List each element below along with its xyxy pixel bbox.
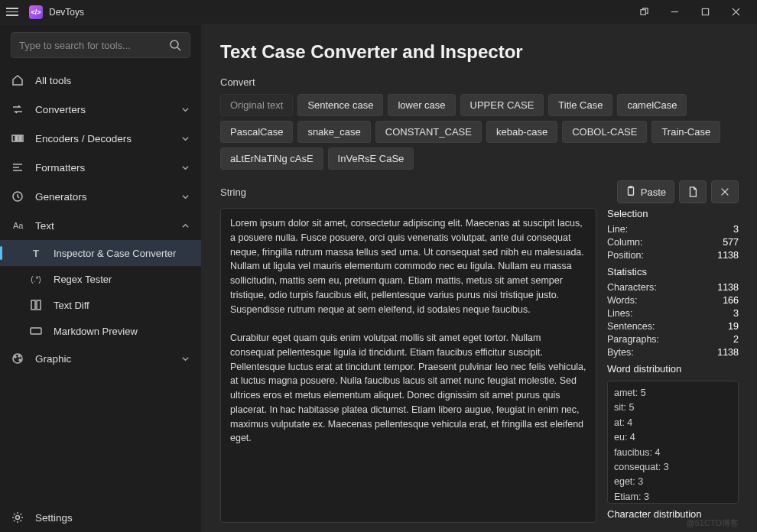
svg-point-23	[19, 359, 21, 361]
convert-chip-original-text[interactable]: Original text	[220, 94, 293, 116]
nav-item-markdown-preview[interactable]: Markdown Preview	[0, 318, 201, 344]
stat-key: Position:	[607, 250, 644, 261]
word-dist-heading: Word distribution	[607, 363, 739, 375]
file-icon	[687, 187, 698, 197]
nav-item-label: Settings	[35, 512, 73, 524]
nav-group-text[interactable]: Aa Text	[0, 211, 201, 240]
convert-chip-snake-case[interactable]: snake_case	[297, 121, 370, 143]
convert-chip-lower-case[interactable]: lower case	[388, 94, 455, 116]
nav-item-label: All tools	[35, 75, 71, 86]
stat-row: Characters:1138	[607, 281, 739, 294]
nav-group-encoders-decoders[interactable]: Encoders / Decoders	[0, 124, 201, 153]
paste-label: Paste	[641, 187, 666, 198]
string-label: String	[220, 187, 246, 198]
close-button[interactable]	[720, 2, 751, 23]
open-file-button[interactable]	[679, 180, 707, 203]
convert-chip-alternating-case[interactable]: aLtErNaTiNg cAsE	[220, 148, 323, 170]
svg-rect-7	[12, 135, 15, 141]
close-icon	[720, 187, 730, 197]
chevron-down-icon	[180, 104, 190, 115]
nav-item-regex-tester[interactable]: (.*) Regex Tester	[0, 266, 201, 292]
stat-key: Bytes:	[607, 347, 634, 358]
hamburger-menu[interactable]	[6, 5, 20, 19]
svg-rect-11	[21, 135, 23, 141]
nav-item-inspector-case-converter[interactable]: T Inspector & Case Converter	[0, 240, 201, 266]
char-dist-heading: Character distribution	[607, 508, 739, 520]
nav-group-generators[interactable]: Generators	[0, 182, 201, 211]
minimize-button[interactable]	[659, 2, 690, 23]
convert-chip-inverse-case[interactable]: InVeRsE CaSe	[328, 148, 414, 170]
svg-text:Aa: Aa	[13, 221, 24, 230]
chevron-down-icon	[180, 353, 190, 364]
word-dist-item: Etiam: 3	[614, 490, 732, 504]
nav-item-label: Formatters	[35, 162, 85, 174]
convert-chip-sentence-case[interactable]: Sentence case	[297, 94, 383, 116]
tool-icon	[29, 324, 43, 338]
clipboard-icon	[625, 186, 636, 199]
search-input[interactable]	[19, 40, 168, 51]
nav-item-label: Generators	[35, 191, 87, 203]
nav-settings[interactable]: Settings	[0, 503, 201, 532]
string-textarea[interactable]	[220, 208, 596, 523]
convert-chip-constant-case[interactable]: CONSTANT_CASE	[375, 121, 482, 143]
svg-rect-25	[628, 187, 633, 195]
tool-icon: (.*)	[29, 272, 43, 286]
stat-value: 19	[728, 321, 739, 332]
convert-chip-train-case[interactable]: Train-Case	[651, 121, 720, 143]
titlebar: </> DevToys	[0, 0, 757, 24]
convert-chip-kebab-case[interactable]: kebab-case	[486, 121, 557, 143]
clear-button[interactable]	[711, 180, 739, 203]
nav-group-converters[interactable]: Converters	[0, 95, 201, 124]
search-icon	[168, 38, 182, 52]
stat-value: 166	[723, 295, 739, 306]
word-dist-item: eu: 4	[614, 430, 732, 445]
stat-value: 1138	[717, 282, 739, 293]
stat-row: Line:3	[607, 222, 739, 235]
convert-chip-camelcase[interactable]: camelCase	[617, 94, 687, 116]
selection-heading: Selection	[607, 208, 739, 219]
word-distribution-list[interactable]: amet: 5sit: 5at: 4eu: 4faucibus: 4conseq…	[607, 381, 739, 504]
word-dist-item: amet: 5	[614, 386, 732, 401]
compact-overlay-button[interactable]	[629, 2, 659, 23]
stat-row: Position:1138	[607, 248, 739, 261]
stat-row: Paragraphs:2	[607, 332, 739, 345]
nav-item-label: Graphic	[35, 353, 71, 365]
convert-chip-upper-case[interactable]: UPPER CASE	[460, 94, 544, 116]
word-dist-item: eget: 3	[614, 475, 732, 489]
stat-key: Words:	[607, 295, 637, 306]
convert-chip-cobol-case[interactable]: COBOL-CASE	[562, 121, 647, 143]
nav-item-label: Inspector & Case Converter	[54, 248, 176, 259]
chevron-down-icon	[180, 162, 190, 173]
home-icon	[11, 73, 24, 87]
page-title: Text Case Converter and Inspector	[220, 41, 739, 63]
paste-button[interactable]: Paste	[617, 180, 674, 203]
stat-row: Sentences:19	[607, 320, 739, 332]
stat-value: 1138	[717, 347, 739, 358]
nav-item-label: Regex Tester	[54, 274, 112, 285]
convert-chip-pascalcase[interactable]: PascalCase	[220, 121, 293, 143]
nav: All tools Converters Encoders / Decoders…	[0, 63, 201, 502]
encoders-icon	[11, 131, 24, 145]
svg-point-5	[171, 41, 178, 48]
stat-key: Column:	[607, 237, 643, 248]
svg-point-24	[16, 516, 20, 520]
statistics-heading: Statistics	[607, 266, 739, 277]
chevron-down-icon	[180, 191, 190, 202]
search-box[interactable]	[11, 32, 190, 58]
svg-rect-19	[31, 328, 41, 334]
nav-all-tools[interactable]: All tools	[0, 66, 201, 95]
nav-item-text-diff[interactable]: Text Diff	[0, 292, 201, 318]
app-icon: </>	[29, 5, 43, 19]
nav-group-formatters[interactable]: Formatters	[0, 153, 201, 182]
stat-row: Words:166	[607, 294, 739, 307]
convert-chip-title-case[interactable]: Title Case	[548, 94, 612, 116]
converters-icon	[11, 102, 24, 116]
word-dist-item: sit: 5	[614, 401, 732, 415]
stats-panel: Selection Line:3Column:577Position:1138 …	[607, 208, 739, 523]
main-content: Text Case Converter and Inspector Conver…	[202, 24, 757, 532]
nav-group-graphic[interactable]: Graphic	[0, 344, 201, 373]
generators-icon	[11, 190, 24, 203]
maximize-button[interactable]	[690, 2, 720, 23]
graphic-icon	[11, 352, 24, 365]
app-title: DevToys	[49, 7, 84, 18]
